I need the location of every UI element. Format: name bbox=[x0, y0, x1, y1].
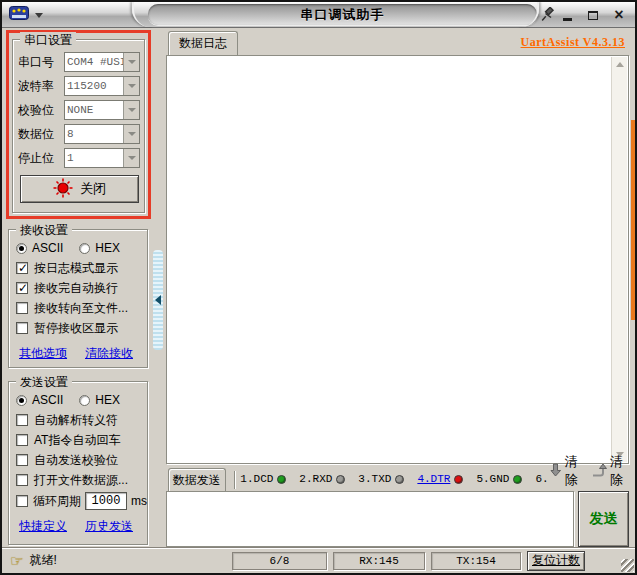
serial-settings-group: 串口设置 串口号 COM4 #USI 波特率 115200 bbox=[12, 39, 145, 213]
receive-hex-radio[interactable]: HEX bbox=[79, 241, 120, 255]
stopbits-label: 停止位 bbox=[18, 150, 64, 167]
minimize-button[interactable] bbox=[559, 7, 575, 23]
radio-dot bbox=[79, 243, 90, 254]
pin-txd: 3.TXD bbox=[358, 473, 404, 485]
checkbox-box bbox=[16, 454, 28, 466]
serial-settings-title: 串口设置 bbox=[20, 32, 76, 49]
status-counter: 6/8 bbox=[232, 552, 327, 570]
stopbits-row: 停止位 1 bbox=[18, 146, 140, 170]
cycle-period-input[interactable]: 1000 bbox=[85, 492, 127, 510]
parity-select[interactable]: NONE bbox=[64, 100, 140, 120]
baud-label: 波特率 bbox=[18, 78, 64, 95]
databits-select[interactable]: 8 bbox=[64, 124, 140, 144]
txd-status-icon bbox=[395, 475, 404, 484]
radio-dot bbox=[79, 395, 90, 406]
checkbox-box bbox=[16, 322, 28, 334]
checkbox-box bbox=[16, 495, 28, 507]
pin-status-row: 1.DCD 2.RXD 3.TXD 4.DTR bbox=[240, 467, 548, 491]
app-menu-chevron-down-icon[interactable] bbox=[35, 13, 43, 18]
databits-row: 数据位 8 bbox=[18, 122, 140, 146]
clear-receive-link[interactable]: 清除接收 bbox=[85, 345, 133, 362]
checkbox-file-source[interactable]: 打开文件数据源... bbox=[16, 470, 147, 490]
receive-settings-title: 接收设置 bbox=[16, 222, 72, 239]
checkbox-auto-newline[interactable]: 接收完自动换行 bbox=[16, 278, 147, 298]
checkbox-box bbox=[16, 302, 28, 314]
tab-data-log[interactable]: 数据日志 bbox=[168, 31, 238, 55]
dtr-status-icon bbox=[454, 475, 463, 484]
pin-dcd: 1.DCD bbox=[240, 473, 286, 485]
checkbox-parse-escape[interactable]: 自动解析转义符 bbox=[16, 410, 147, 430]
chevron-down-icon[interactable] bbox=[123, 125, 139, 143]
quick-define-link[interactable]: 快捷定义 bbox=[19, 518, 67, 535]
pin-gnd: 5.GND bbox=[476, 473, 522, 485]
body-area: 串口设置 串口号 COM4 #USI 波特率 115200 bbox=[2, 28, 635, 547]
send-hex-radio[interactable]: HEX bbox=[79, 393, 120, 407]
baud-select[interactable]: 115200 bbox=[64, 76, 140, 96]
send-panel: 发送 bbox=[166, 491, 629, 547]
parity-row: 校验位 NONE bbox=[18, 98, 140, 122]
checkbox-auto-checksum[interactable]: 自动发送校验位 bbox=[16, 450, 147, 470]
app-icon[interactable] bbox=[9, 6, 29, 24]
status-rx: RX:145 bbox=[333, 552, 425, 570]
chevron-down-icon[interactable] bbox=[123, 53, 139, 71]
app-window: 串口调试助手 × 串口设置 串口号 bbox=[0, 0, 637, 575]
gnd-status-icon bbox=[513, 475, 522, 484]
serial-settings-highlight: 串口设置 串口号 COM4 #USI 波特率 115200 bbox=[6, 30, 151, 219]
port-select[interactable]: COM4 #USI bbox=[64, 52, 140, 72]
checkbox-pause-display[interactable]: 暂停接收区显示 bbox=[16, 318, 147, 338]
arrow-down-icon bbox=[549, 463, 562, 480]
scroll-up-icon[interactable] bbox=[613, 57, 627, 72]
send-input[interactable] bbox=[166, 491, 574, 547]
statusbar: ☞ 就绪! 6/8 RX:145 TX:154 复位计数 bbox=[2, 547, 635, 573]
data-log-view[interactable] bbox=[166, 55, 629, 464]
pin-dtr[interactable]: 4.DTR bbox=[417, 473, 463, 485]
stopbits-select[interactable]: 1 bbox=[64, 148, 140, 168]
chevron-down-icon[interactable] bbox=[123, 77, 139, 95]
checkbox-cycle-period[interactable]: 循环周期 bbox=[16, 491, 81, 511]
send-tabbar: 数据发送 1.DCD 2.RXD 3.TXD bbox=[166, 464, 629, 492]
send-button[interactable]: 发送 bbox=[578, 491, 629, 547]
reset-count-button[interactable]: 复位计数 bbox=[527, 551, 585, 571]
chevron-down-icon[interactable] bbox=[123, 149, 139, 167]
checkbox-box bbox=[16, 282, 28, 294]
maximize-button[interactable] bbox=[585, 7, 601, 23]
send-settings-group: 发送设置 ASCII HEX 自动解析转义符 bbox=[8, 381, 148, 545]
log-scrollbar[interactable] bbox=[611, 57, 627, 462]
pin-icon[interactable] bbox=[541, 7, 555, 25]
close-port-label: 关闭 bbox=[80, 180, 106, 198]
rxd-status-icon bbox=[336, 475, 345, 484]
receive-ascii-radio[interactable]: ASCII bbox=[16, 241, 63, 255]
checkbox-redirect-file[interactable]: 接收转向至文件... bbox=[16, 298, 147, 318]
send-settings-title: 发送设置 bbox=[16, 374, 72, 391]
port-row: 串口号 COM4 #USI bbox=[18, 50, 140, 74]
close-port-button[interactable]: 关闭 bbox=[20, 175, 139, 203]
checkbox-box bbox=[16, 434, 28, 446]
version-link[interactable]: UartAssist V4.3.13 bbox=[521, 35, 625, 50]
status-tx: TX:154 bbox=[431, 552, 521, 570]
title-channel: 串口调试助手 bbox=[148, 4, 537, 25]
window-edge-orange-strip bbox=[631, 120, 635, 320]
radio-dot bbox=[16, 243, 27, 254]
red-led-icon bbox=[53, 178, 73, 201]
tab-data-send[interactable]: 数据发送 bbox=[168, 468, 226, 492]
pointing-hand-icon: ☞ bbox=[10, 553, 23, 568]
checkbox-box bbox=[16, 474, 28, 486]
baud-row: 波特率 115200 bbox=[18, 74, 140, 98]
titlebar: 串口调试助手 × bbox=[2, 2, 635, 28]
parity-label: 校验位 bbox=[18, 102, 64, 119]
checkbox-log-mode[interactable]: 按日志模式显示 bbox=[16, 258, 147, 278]
clear-send-button[interactable]: 清除 bbox=[549, 453, 582, 489]
separator bbox=[234, 471, 235, 489]
checkbox-at-enter[interactable]: AT指令自动回车 bbox=[16, 430, 147, 450]
port-label: 串口号 bbox=[18, 54, 64, 71]
history-send-link[interactable]: 历史发送 bbox=[85, 518, 133, 535]
close-button[interactable]: × bbox=[611, 7, 627, 23]
resize-grip[interactable] bbox=[621, 559, 634, 572]
send-ascii-radio[interactable]: ASCII bbox=[16, 393, 63, 407]
window-title: 串口调试助手 bbox=[301, 6, 385, 24]
clear-history-button[interactable]: 清除 bbox=[592, 453, 627, 489]
panel-splitter[interactable] bbox=[153, 250, 163, 350]
checkbox-box bbox=[16, 262, 28, 274]
chevron-down-icon[interactable] bbox=[123, 101, 139, 119]
other-options-link[interactable]: 其他选项 bbox=[19, 345, 67, 362]
